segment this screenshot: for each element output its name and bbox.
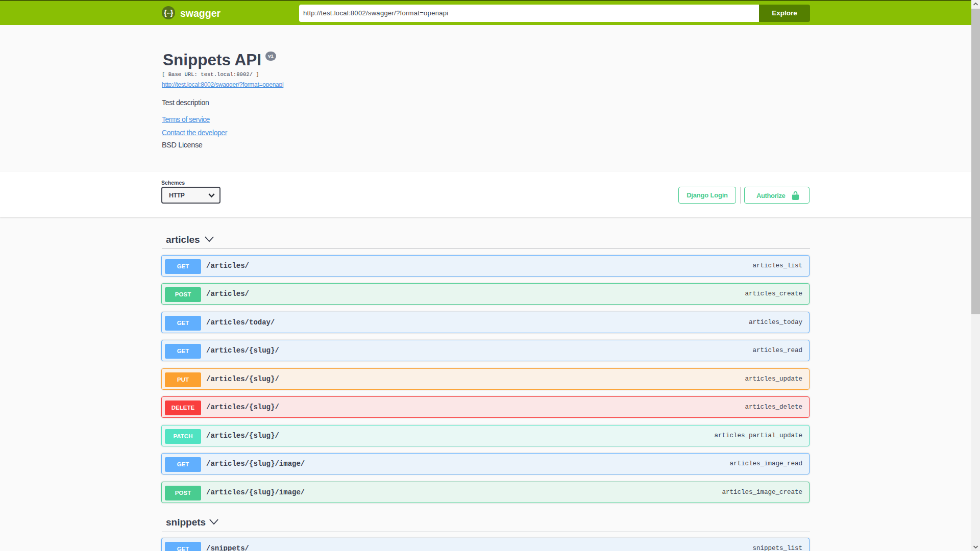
svg-text:}: } <box>170 9 173 17</box>
svg-text:{: { <box>164 9 167 17</box>
